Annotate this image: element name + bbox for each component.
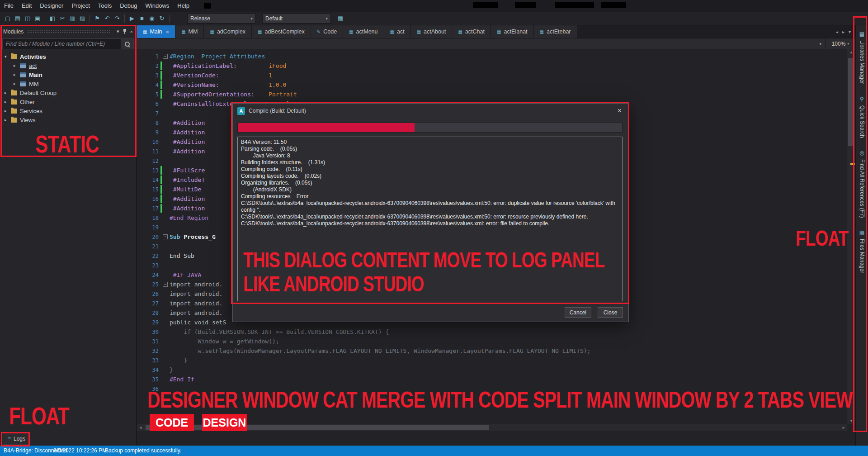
close-button[interactable]: Close	[598, 307, 623, 318]
tab-scroll-right-icon[interactable]: ▸	[842, 29, 844, 34]
document-tab[interactable]: ▦ actEtebar	[534, 25, 577, 38]
code-line[interactable]: 36	[137, 384, 847, 394]
save-icon[interactable]: ◫	[23, 14, 33, 24]
redo-icon[interactable]: ↷	[112, 14, 122, 24]
document-tab[interactable]: ▦ adBestComplex	[252, 25, 311, 38]
expander-arrow-icon[interactable]: ▾	[5, 54, 11, 59]
tree-item[interactable]: ▸ Services	[0, 106, 136, 115]
expander-arrow-icon[interactable]: ▸	[14, 72, 20, 77]
code-line[interactable]: 2 #ApplicationLabel: iFood	[137, 61, 847, 71]
tab-list-dropdown-icon[interactable]: ▾	[849, 29, 851, 34]
code-line[interactable]: 33 }	[137, 356, 847, 365]
code-line[interactable]: 5 #SupportedOrientations: Portrait	[137, 90, 847, 99]
tab-scroll-left-icon[interactable]: ◂	[836, 29, 838, 34]
tree-item[interactable]: ▸ MM	[0, 79, 136, 88]
document-tab[interactable]: ▦ Main ×	[137, 25, 175, 38]
vertical-scroll-thumb[interactable]	[848, 58, 854, 146]
find-all-references-tab[interactable]: ◎ Find All References (F7)	[859, 150, 865, 218]
code-line[interactable]: 32 w.setFlags(WindowManager.LayoutParams…	[137, 346, 847, 356]
menu-item[interactable]: Help	[173, 0, 193, 12]
pin-icon[interactable]	[123, 28, 127, 34]
editor-zoom-control[interactable]: 100% ▾	[826, 38, 855, 49]
scroll-left-icon[interactable]: ◂	[137, 425, 144, 430]
tree-item[interactable]: ▸ act	[0, 61, 136, 70]
code-line[interactable]: 35 #End If	[137, 375, 847, 384]
expander-arrow-icon[interactable]: ▸	[5, 118, 11, 122]
tree-item[interactable]: ▸ Other	[0, 97, 136, 106]
horizontal-scroll-thumb[interactable]	[146, 425, 489, 430]
tree-item[interactable]: ▾ Activities	[0, 52, 136, 61]
panel-drag-grip[interactable]	[27, 30, 110, 33]
code-line[interactable]: 4 #VersionName: 1.0.0	[137, 80, 847, 90]
menu-item[interactable]: Designer	[36, 0, 67, 12]
code-line[interactable]: 31 Window w = getWindow();	[137, 337, 847, 346]
build-configuration-dropdown[interactable]: Release ▾	[187, 14, 256, 24]
cancel-button[interactable]: Cancel	[565, 307, 591, 318]
document-tab[interactable]: ✎ Code	[311, 25, 343, 38]
tab-close-icon[interactable]: ×	[166, 28, 170, 35]
tree-item[interactable]: ▸ Main	[0, 70, 136, 79]
panel-close-icon[interactable]: ×	[130, 29, 133, 34]
search-button[interactable]	[121, 38, 134, 49]
menu-item[interactable]: Tools	[94, 0, 116, 12]
grid-icon[interactable]: ▦	[335, 14, 345, 24]
expander-arrow-icon[interactable]: ▸	[14, 63, 20, 68]
document-tab[interactable]: ▦ act	[384, 25, 411, 38]
libraries-manager-tab[interactable]: ▤ Libraries Manager	[859, 31, 865, 84]
separator[interactable]	[169, 14, 170, 23]
code-line[interactable]: 1 − #Region Project Attributes	[137, 52, 847, 61]
copy-icon[interactable]: ▥	[67, 14, 77, 24]
files-manager-tab[interactable]: ▦ Files Manager	[859, 229, 865, 273]
menu-item[interactable]: Debug	[116, 0, 141, 12]
tree-item[interactable]: ▸ Default Group	[0, 88, 136, 97]
code-line[interactable]: 34 }	[137, 365, 847, 375]
fold-toggle-icon[interactable]: −	[163, 54, 168, 59]
panel-collapse-icon[interactable]: ▾	[117, 28, 119, 34]
document-tab[interactable]: ▦ adComplex	[204, 25, 252, 38]
fold-toggle-icon[interactable]: −	[163, 282, 168, 287]
bridge-icon[interactable]: ◉	[147, 14, 157, 24]
undo-icon[interactable]: ↶	[102, 14, 112, 24]
cut-icon[interactable]: ✂	[57, 14, 67, 24]
open-project-icon[interactable]: ▤	[13, 14, 23, 24]
separator[interactable]	[45, 14, 45, 23]
tree-item[interactable]: ▸ Views	[0, 115, 136, 124]
document-tab[interactable]: ▦ actMenu	[343, 25, 384, 38]
menu-item[interactable]: Edit	[18, 0, 36, 12]
member-selector-combo[interactable]: ▾	[137, 38, 826, 49]
code-line[interactable]: 3 #VersionCode: 1	[137, 71, 847, 80]
fold-toggle-icon[interactable]: −	[163, 234, 168, 239]
document-tab[interactable]: ▦ MM	[175, 25, 204, 38]
logs-panel-tab[interactable]: ≡ Logs	[3, 433, 30, 445]
new-project-icon[interactable]: ▢	[3, 14, 13, 24]
menu-item[interactable]: File	[0, 0, 18, 12]
separator[interactable]	[90, 14, 90, 23]
expander-arrow-icon[interactable]: ▸	[14, 81, 20, 86]
expander-arrow-icon[interactable]: ▸	[5, 90, 11, 95]
separator[interactable]	[124, 14, 125, 23]
document-tab[interactable]: ▦ actElanat	[491, 25, 534, 38]
quick-search-tab[interactable]: ⚲ Quick Search	[859, 96, 865, 138]
stop-icon[interactable]: ■	[137, 14, 147, 24]
code-line[interactable]: 30 if (Build.VERSION.SDK_INT >= Build.VE…	[137, 327, 847, 337]
vertical-scrollbar[interactable]: ▴ ▾	[847, 49, 855, 424]
clean-project-icon[interactable]: ↻	[157, 14, 167, 24]
run-icon[interactable]: ▶	[127, 14, 137, 24]
menu-item[interactable]: Windows	[142, 0, 174, 12]
scroll-up-icon[interactable]: ▴	[847, 49, 855, 55]
expander-arrow-icon[interactable]: ▸	[5, 109, 11, 113]
dialog-close-icon[interactable]: ×	[615, 107, 624, 115]
document-tab[interactable]: ▦ actAbout	[411, 25, 453, 38]
save-all-icon[interactable]: ▣	[33, 14, 42, 24]
menu-item[interactable]: Project	[67, 0, 94, 12]
dialog-titlebar[interactable]: A Compile (Build: Default) ×	[233, 104, 628, 118]
expander-arrow-icon[interactable]: ▸	[5, 100, 11, 104]
bookmark-icon[interactable]: ⚑	[92, 14, 102, 24]
scroll-down-icon[interactable]: ▾	[847, 418, 855, 424]
scroll-right-icon[interactable]: ▸	[840, 425, 847, 430]
designer-icon[interactable]: ◧	[47, 14, 57, 24]
paste-icon[interactable]: ▨	[77, 14, 87, 24]
layout-variant-dropdown[interactable]: Default ▾	[262, 14, 331, 24]
document-tab[interactable]: ▦ actChat	[452, 25, 491, 38]
module-search-input[interactable]	[2, 38, 121, 49]
